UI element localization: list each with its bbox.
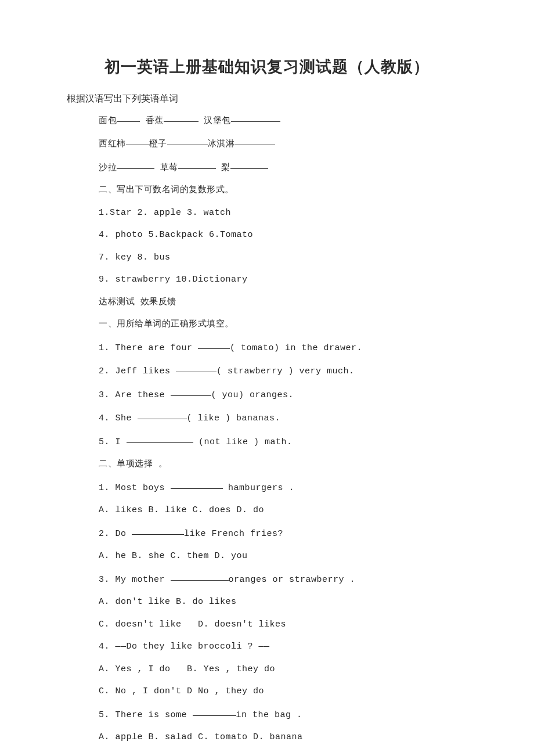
vocab-word: 汉堡包 bbox=[204, 116, 231, 126]
section-heading: 二、写出下可数名词的复数形式。 bbox=[99, 184, 467, 197]
section-heading: 二、单项选择 。 bbox=[99, 458, 467, 471]
question-line: 4. ——Do they like broccoli ? —— bbox=[99, 640, 467, 654]
question-text: in the bag . bbox=[236, 710, 302, 720]
blank-input[interactable] bbox=[117, 160, 154, 169]
question-line: 3. Are these ( you) oranges. bbox=[99, 388, 467, 402]
blank-input[interactable] bbox=[234, 136, 275, 145]
blank-input[interactable] bbox=[193, 707, 236, 716]
question-text: 1. Most boys bbox=[99, 483, 171, 493]
list-item: 1.Star 2. apple 3. watch bbox=[99, 207, 467, 220]
subtitle: 根据汉语写出下列英语单词 bbox=[67, 92, 467, 106]
question-text: like French fries? bbox=[184, 529, 283, 539]
answer-options[interactable]: A. Yes , I do B. Yes , they do bbox=[99, 663, 467, 676]
vocab-word: 西红柿 bbox=[99, 139, 126, 149]
blank-input[interactable] bbox=[171, 480, 223, 489]
blank-input[interactable] bbox=[117, 113, 140, 122]
list-item: 4. photo 5.Backpack 6.Tomato bbox=[99, 229, 467, 242]
question-line: 5. There is some in the bag . bbox=[99, 708, 467, 722]
question-text: oranges or strawberry . bbox=[229, 575, 356, 585]
page-title: 初一英语上册基础知识复习测试题（人教版） bbox=[67, 55, 467, 79]
blank-input[interactable] bbox=[167, 136, 208, 145]
blank-input[interactable] bbox=[231, 113, 280, 122]
blank-input[interactable] bbox=[230, 160, 268, 169]
vocab-word: 香蕉 bbox=[146, 116, 164, 126]
worksheet-page: 初一英语上册基础知识复习测试题（人教版） 根据汉语写出下列英语单词 面包 香蕉 … bbox=[0, 0, 534, 756]
answer-options[interactable]: C. doesn't like D. doesn't likes bbox=[99, 618, 467, 632]
vocab-line-3: 沙拉 草莓 梨 bbox=[99, 161, 467, 175]
question-line: 4. She ( like ) bananas. bbox=[99, 411, 467, 426]
question-text: (not like ) math. bbox=[193, 437, 293, 447]
vocab-line-1: 面包 香蕉 汉堡包 bbox=[99, 114, 467, 128]
question-text: ( tomato) in the drawer. bbox=[230, 343, 362, 353]
question-text: 5. I bbox=[99, 437, 127, 447]
blank-input[interactable] bbox=[132, 525, 184, 535]
question-text: 5. There is some bbox=[99, 710, 193, 720]
section-heading: 一、用所给单词的正确形式填空。 bbox=[99, 318, 467, 332]
answer-options[interactable]: C. No , I don't D No , they do bbox=[99, 685, 467, 699]
question-text: 3. My mother bbox=[99, 575, 171, 585]
blank-input[interactable] bbox=[176, 363, 217, 372]
vocab-word: 梨 bbox=[221, 163, 230, 173]
answer-options[interactable]: A. he B. she C. them D. you bbox=[99, 550, 467, 563]
blank-input[interactable] bbox=[198, 340, 230, 349]
answer-options[interactable]: A. don't like B. do likes bbox=[99, 596, 467, 609]
question-line: 2. Do like French fries? bbox=[99, 527, 467, 541]
vocab-word: 沙拉 bbox=[99, 163, 117, 173]
blank-input[interactable] bbox=[171, 571, 229, 581]
question-text: 2. Jeff likes bbox=[99, 366, 176, 376]
question-line: 2. Jeff likes ( strawberry ) very much. bbox=[99, 364, 467, 379]
question-text: ( you) oranges. bbox=[211, 390, 294, 400]
blank-input[interactable] bbox=[126, 136, 149, 145]
question-line: 5. I (not like ) math. bbox=[99, 435, 467, 449]
question-text: 4. She bbox=[99, 413, 138, 423]
vocab-word: 面包 bbox=[99, 116, 117, 126]
vocab-word: 橙子 bbox=[149, 139, 167, 149]
blank-input[interactable] bbox=[164, 113, 199, 122]
question-text: ( strawberry ) very much. bbox=[217, 366, 355, 376]
section-heading: 达标测试 效果反馈 bbox=[99, 296, 467, 309]
answer-options[interactable]: A. likes B. like C. does D. do bbox=[99, 504, 467, 517]
answer-options[interactable]: A. apple B. salad C. tomato D. banana bbox=[99, 731, 467, 744]
question-line: 1. Most boys hamburgers . bbox=[99, 481, 467, 495]
question-text: 1. There are four bbox=[99, 343, 198, 353]
vocab-word: 冰淇淋 bbox=[208, 139, 235, 149]
question-line: 1. There are four ( tomato) in the drawe… bbox=[99, 341, 467, 355]
blank-input[interactable] bbox=[178, 160, 216, 169]
question-text: ( like ) bananas. bbox=[187, 413, 281, 423]
question-text: 2. Do bbox=[99, 529, 132, 539]
blank-input[interactable] bbox=[138, 410, 187, 419]
list-item: 9. strawberry 10.Dictionary bbox=[99, 273, 467, 287]
question-text: 3. Are these bbox=[99, 390, 171, 400]
vocab-word: 草莓 bbox=[160, 163, 178, 173]
question-text: hamburgers . bbox=[223, 483, 295, 493]
question-line: 3. My mother oranges or strawberry . bbox=[99, 573, 467, 587]
blank-input[interactable] bbox=[171, 387, 211, 396]
content-body: 面包 香蕉 汉堡包 西红柿橙子冰淇淋 沙拉 草莓 梨 二、写出下可数名词的复数形… bbox=[67, 114, 467, 744]
vocab-line-2: 西红柿橙子冰淇淋 bbox=[99, 137, 467, 152]
blank-input[interactable] bbox=[127, 434, 193, 443]
list-item: 7. key 8. bus bbox=[99, 251, 467, 265]
